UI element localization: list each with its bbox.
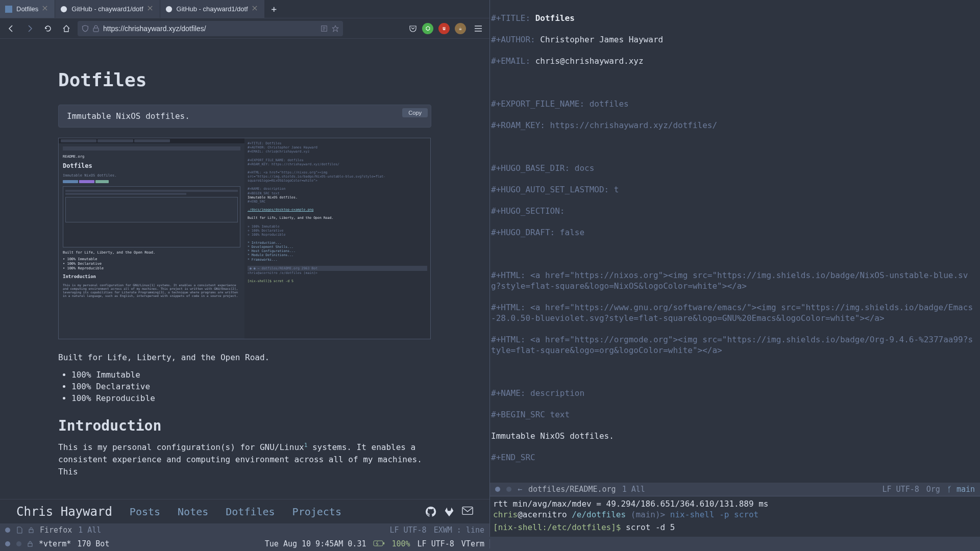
page-title: Dotfiles — [58, 69, 431, 90]
close-icon[interactable] — [252, 6, 259, 13]
org-hugo: #+HUGO_DRAFT: false — [491, 227, 977, 238]
prompt-host: acernitro — [523, 510, 567, 519]
lock-icon — [29, 527, 34, 533]
org-hugo: #+HUGO_SECTION: — [491, 206, 977, 216]
svg-point-2 — [165, 6, 172, 12]
org-roam: #+ROAM_KEY: https://chrishayward.xyz/dot… — [491, 120, 977, 131]
org-key: #+AUTHOR: — [491, 35, 540, 44]
lock-icon — [93, 25, 99, 32]
tab-title: GitHub - chayward1/dotf — [71, 5, 143, 13]
buffer-name: *vterm* — [39, 539, 71, 548]
mail-icon[interactable] — [462, 506, 473, 517]
nav-link-notes[interactable]: Notes — [178, 506, 208, 518]
nav-link-posts[interactable]: Posts — [130, 506, 160, 518]
org-author: Christopher James Hayward — [540, 35, 663, 44]
org-export: #+EXPORT_FILE_NAME: dotfiles — [491, 98, 977, 109]
home-button[interactable] — [59, 21, 74, 36]
back-button[interactable] — [4, 21, 18, 36]
tagline: Built for Life, Liberty, and the Open Ro… — [58, 352, 431, 364]
intro-body: This is my personal configuration(s) for… — [58, 441, 431, 478]
features-list: 100% Immutable 100% Declarative 100% Rep… — [58, 370, 431, 403]
org-html: #+HTML: <a href="https://nixos.org"><img… — [491, 270, 977, 291]
org-begin-src: #+BEGIN_SRC text — [491, 409, 977, 420]
status-dot-icon — [16, 541, 21, 546]
term-output: rtt min/avg/max/mdev = 49.294/186.651/36… — [493, 498, 977, 509]
org-title: Dotfiles — [535, 13, 575, 23]
svg-rect-12 — [29, 530, 33, 533]
tab-github-2[interactable]: GitHub - chayward1/dotf — [160, 0, 265, 18]
org-end-src: #+END_SRC — [491, 452, 977, 463]
svg-rect-11 — [462, 507, 473, 514]
nav-link-dotfiles[interactable]: Dotfiles — [226, 506, 275, 518]
nav-link-projects[interactable]: Projects — [292, 506, 341, 518]
forward-button[interactable] — [22, 21, 37, 36]
close-icon[interactable] — [148, 6, 155, 13]
term-prompt-line: [nix-shell:/etc/dotfiles]$ scrot -d 5 — [493, 522, 977, 533]
prompt-branch: (main)> — [631, 510, 665, 519]
extension-1-icon[interactable]: ⬡ — [422, 23, 433, 34]
reload-button[interactable] — [41, 21, 55, 36]
extension-ublock-icon[interactable]: u — [438, 23, 450, 34]
org-src-body: Immutable NixOS dotfiles. — [491, 431, 977, 441]
battery-icon — [373, 539, 384, 548]
clock-label: Tue Aug 10 9:45AM 0.31 — [265, 539, 366, 548]
tab-title: GitHub - chayward1/dotf — [177, 5, 248, 13]
modeline-left: Firefox 1 All LF UTF-8 EXWM : line — [0, 523, 489, 537]
nix-prompt: [nix-shell:/etc/dotfiles]$ — [493, 522, 621, 532]
back-arrow-icon: ← — [518, 485, 522, 494]
global-statusbar: *vterm* 170 Bot Tue Aug 10 9:45AM 0.31 1… — [0, 537, 980, 551]
mode-label: VTerm — [461, 539, 484, 548]
reader-icon[interactable] — [321, 25, 328, 32]
pocket-icon[interactable] — [409, 24, 417, 33]
mode-label: Org — [926, 485, 940, 494]
org-hugo: #+HUGO_BASE_DIR: docs — [491, 163, 977, 173]
buffer-path: dotfiles/README.org — [528, 485, 616, 494]
svg-rect-15 — [383, 542, 384, 544]
buffer-position: 170 Bot — [77, 539, 109, 548]
close-icon[interactable] — [42, 6, 50, 13]
status-dot-icon — [506, 487, 511, 492]
page-scroll[interactable]: Dotfiles Immutable NixOS dotfiles. Copy … — [0, 39, 489, 499]
copy-button[interactable]: Copy — [402, 108, 428, 117]
status-dot-icon — [5, 528, 10, 533]
prompt-path: /e/dotfiles — [572, 510, 626, 519]
intro-text-a: This is my personal configuration(s) for… — [58, 442, 304, 452]
term-command: nix-shell -p scrot — [670, 510, 758, 519]
svg-rect-0 — [5, 6, 12, 13]
gitlab-icon[interactable] — [444, 506, 455, 517]
modeline-editor: ← dotfiles/README.org 1 All LF UTF-8 Org… — [490, 483, 980, 496]
git-branch-name: main — [957, 485, 975, 494]
svg-rect-14 — [374, 541, 383, 546]
github-icon[interactable] — [425, 506, 436, 517]
github-icon — [165, 6, 173, 13]
encoding-label: LF UTF-8 — [418, 539, 454, 548]
tab-title: Dotfiles — [16, 5, 38, 13]
status-dot-icon — [495, 487, 500, 492]
org-key: #+TITLE: — [491, 13, 535, 23]
buffer-position: 1 All — [622, 485, 645, 494]
battery-pct: 100% — [391, 539, 410, 548]
code-block: Immutable NixOS dotfiles. Copy — [58, 105, 431, 128]
list-item: 100% Declarative — [71, 382, 431, 391]
tab-github-1[interactable]: GitHub - chayward1/dotf — [55, 0, 160, 18]
site-brand[interactable]: Chris Hayward — [16, 505, 112, 519]
url-bar[interactable]: https://chrishayward.xyz/dotfiles/ — [78, 21, 343, 36]
extension-3-icon[interactable]: ☕ — [455, 23, 466, 34]
editor-pane[interactable]: #+TITLE: Dotfiles #+AUTHOR: Christopher … — [490, 0, 980, 483]
hero-screenshot: README.org Dotfiles Immutable NixOS dotf… — [58, 138, 431, 339]
terminal-pane[interactable]: rtt min/avg/max/mdev = 49.294/186.651/36… — [490, 496, 980, 537]
browser-toolbar: https://chrishayward.xyz/dotfiles/ ⬡ u ☕ — [0, 18, 489, 39]
bookmark-icon[interactable] — [332, 25, 339, 32]
new-tab-button[interactable]: + — [265, 0, 283, 18]
favicon-icon — [5, 6, 12, 13]
term-prompt-line: chris@acernitro /e/dotfiles (main)> nix-… — [493, 509, 977, 520]
github-icon — [60, 6, 67, 13]
tab-dotfiles[interactable]: Dotfiles — [0, 0, 55, 18]
list-item: 100% Immutable — [71, 370, 431, 380]
git-branch: ᚶ main — [947, 485, 975, 494]
url-text: https://chrishayward.xyz/dotfiles/ — [103, 24, 316, 33]
org-html: #+HTML: <a href="https://www.gnu.org/sof… — [491, 302, 977, 323]
code-text: Immutable NixOS dotfiles. — [67, 111, 190, 121]
buffer-name: Firefox — [40, 525, 72, 535]
menu-button[interactable] — [471, 21, 485, 36]
